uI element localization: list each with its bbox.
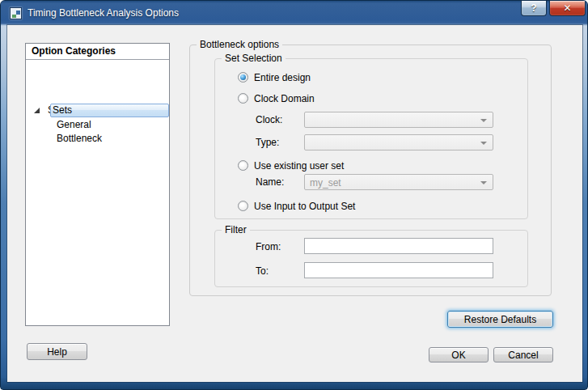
type-label: Type: [256,137,279,148]
type-combobox[interactable] [304,134,493,150]
radio-clock-domain-label[interactable]: Clock Domain [254,93,315,104]
question-icon: ? [531,2,536,14]
chevron-down-icon [480,142,487,145]
sidebar-item-bottleneck[interactable]: Bottleneck [57,132,102,146]
from-input[interactable] [304,238,493,254]
cancel-button[interactable]: Cancel [493,347,553,362]
radio-entire-design[interactable] [238,72,248,83]
chevron-down-icon [480,119,487,122]
clock-label: Clock: [256,114,282,125]
sidebar-item-sets[interactable]: Sets [50,104,169,117]
ok-button[interactable]: OK [429,347,489,362]
radio-use-existing-user-set-label[interactable]: Use existing user set [254,160,344,172]
dialog-body: Option Categories Select a category: Gen… [7,25,582,382]
from-label: From: [256,241,281,252]
title-bar[interactable]: Timing Bottleneck Analysis Options ? ✕ [1,1,587,26]
bottleneck-options-label: Bottleneck options [197,39,282,51]
name-label: Name: [256,176,284,188]
titlebar-help-button[interactable]: ? [521,1,547,16]
name-combobox-value: my_set [310,177,341,189]
chevron-down-icon [480,181,487,184]
help-button[interactable]: Help [27,343,87,360]
tree-expanded-icon [34,108,40,113]
window-title: Timing Bottleneck Analysis Options [27,1,179,25]
titlebar-close-button[interactable]: ✕ [549,1,586,16]
clock-combobox[interactable] [304,112,493,128]
filter-label: Filter [222,224,250,236]
to-input[interactable] [304,262,493,278]
option-categories-panel: Option Categories Select a category: Gen… [25,43,170,326]
set-selection-group: Set Selection Entire design Clock Domain… [214,58,528,219]
filter-group: Filter From: To: [214,230,528,287]
radio-clock-domain[interactable] [238,93,248,104]
radio-use-existing-user-set[interactable] [238,160,248,171]
set-selection-label: Set Selection [222,53,286,65]
close-icon: ✕ [563,2,571,14]
restore-defaults-button[interactable]: Restore Defaults [447,311,553,328]
to-label: To: [256,265,269,277]
radio-use-input-to-output-set-label[interactable]: Use Input to Output Set [254,201,355,212]
dialog-window: Timing Bottleneck Analysis Options ? ✕ O… [0,0,588,390]
sidebar-item-general[interactable]: General [57,118,91,132]
app-icon [10,7,22,19]
radio-use-input-to-output-set[interactable] [238,201,248,211]
radio-entire-design-label[interactable]: Entire design [254,72,311,83]
bottleneck-options-group: Bottleneck options Set Selection Entire … [189,45,552,296]
option-categories-header: Option Categories [26,44,169,60]
name-combobox[interactable]: my_set [304,174,493,190]
